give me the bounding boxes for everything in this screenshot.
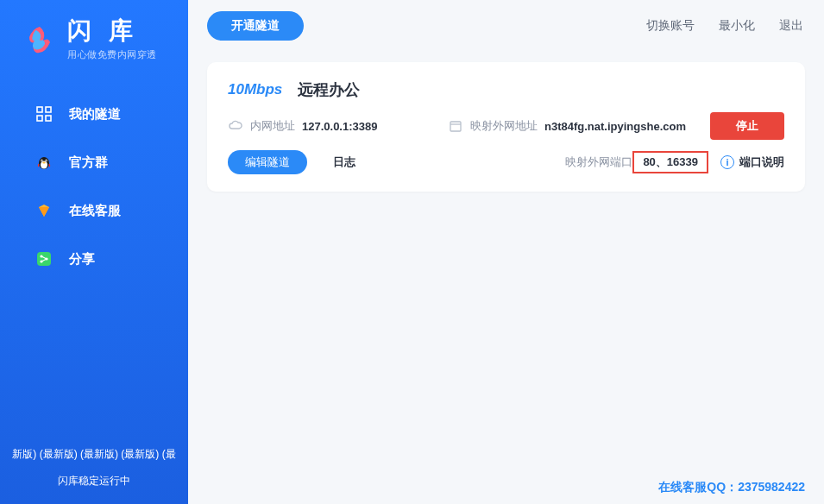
sidebar-item-label: 分享 xyxy=(69,251,95,268)
ext-addr-value: n3t84fg.nat.ipyingshe.com xyxy=(544,120,686,133)
switch-account-link[interactable]: 切换账号 xyxy=(646,18,695,34)
tunnel-card: 10Mbps 远程办公 内网地址 127.0.0.1:3389 映射外网地址 n… xyxy=(207,62,805,192)
sidebar-footer: 新版) (最新版) (最新版) (最新版) (最 闪库稳定运行中 xyxy=(0,447,188,504)
topbar: 开通隧道 切换账号 最小化 退出 xyxy=(188,0,824,52)
svg-rect-2 xyxy=(37,116,42,121)
calendar-icon xyxy=(448,118,463,134)
speed-badge: 10Mbps xyxy=(228,81,282,98)
logo-subtitle: 用心做免费内网穿透 xyxy=(67,48,157,61)
qq-value: 2375982422 xyxy=(738,480,805,494)
sidebar-item-my-tunnels[interactable]: 我的隧道 xyxy=(35,104,188,123)
qq-penguin-icon xyxy=(35,153,53,172)
svg-rect-11 xyxy=(37,252,51,266)
svg-rect-3 xyxy=(46,116,51,121)
svg-rect-1 xyxy=(46,107,51,112)
sidebar-item-label: 在线客服 xyxy=(69,203,121,219)
svg-rect-15 xyxy=(450,122,461,131)
svg-point-8 xyxy=(41,161,42,161)
sidebar-item-label: 官方群 xyxy=(69,154,108,171)
log-link[interactable]: 日志 xyxy=(333,154,355,170)
local-addr-label: 内网地址 xyxy=(250,118,295,134)
sidebar-item-share[interactable]: 分享 xyxy=(35,249,188,268)
stop-button[interactable]: 停止 xyxy=(710,112,784,140)
local-addr-value: 127.0.0.1:3389 xyxy=(302,120,377,133)
info-icon: i xyxy=(720,155,734,169)
svg-point-10 xyxy=(42,162,46,164)
sidebar-item-official-group[interactable]: 官方群 xyxy=(35,153,188,172)
open-tunnel-button[interactable]: 开通隧道 xyxy=(207,11,304,41)
sidebar-item-online-support[interactable]: 在线客服 xyxy=(35,201,188,220)
logo: 闪 库 用心做免费内网穿透 xyxy=(0,19,188,61)
exit-link[interactable]: 退出 xyxy=(779,18,803,34)
ext-addr-label: 映射外网地址 xyxy=(470,118,538,134)
grid-icon xyxy=(35,104,53,123)
logo-icon xyxy=(24,25,55,56)
sidebar-nav: 我的隧道 官方群 xyxy=(0,104,188,268)
sidebar-item-label: 我的隧道 xyxy=(69,106,121,123)
edit-tunnel-button[interactable]: 编辑隧道 xyxy=(228,150,307,174)
qq-label: 在线客服QQ： xyxy=(658,480,738,494)
svg-point-9 xyxy=(46,161,47,161)
main: 开通隧道 切换账号 最小化 退出 10Mbps 远程办公 内网地址 127.0.… xyxy=(188,0,824,504)
port-desc-link[interactable]: 端口说明 xyxy=(739,154,784,170)
share-icon xyxy=(35,249,53,268)
ext-port-value: 80、16339 xyxy=(632,151,708,173)
minimize-link[interactable]: 最小化 xyxy=(719,18,755,34)
cloud-icon xyxy=(228,118,243,134)
sidebar: 闪 库 用心做免费内网穿透 我的隧道 xyxy=(0,0,188,504)
ext-port-label: 映射外网端口 xyxy=(565,154,632,170)
status-text: 闪库稳定运行中 xyxy=(5,474,183,488)
tunnel-name: 远程办公 xyxy=(298,79,360,100)
logo-title: 闪 库 xyxy=(67,19,157,43)
version-text: 新版) (最新版) (最新版) (最新版) (最 xyxy=(5,447,183,462)
svg-rect-0 xyxy=(37,107,42,112)
footer-support-qq[interactable]: 在线客服QQ：2375982422 xyxy=(658,480,805,495)
diamond-icon xyxy=(35,201,53,220)
